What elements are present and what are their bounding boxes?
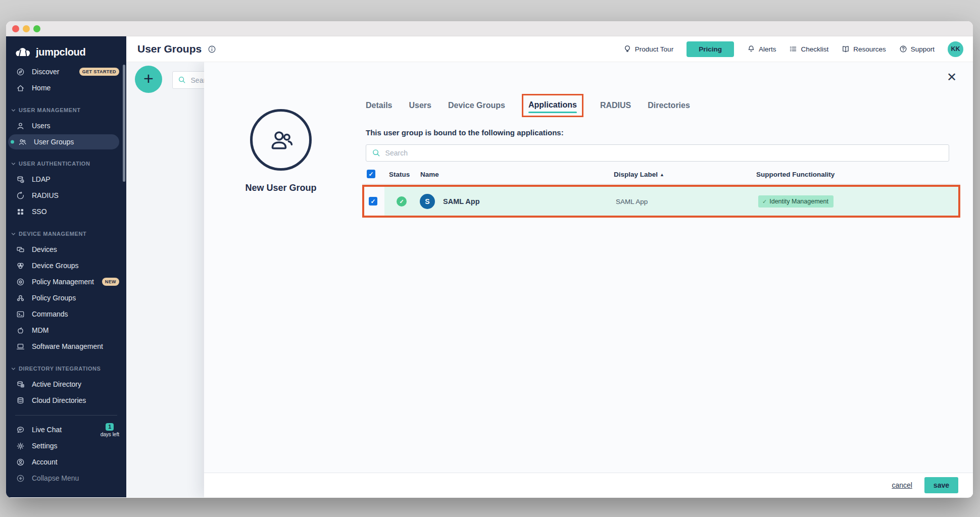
close-icon[interactable]: ✕ <box>947 71 957 83</box>
days-left-count-badge: 1 <box>106 423 114 431</box>
checklist-icon <box>789 45 797 53</box>
section-device-management[interactable]: DEVICE MANAGEMENT <box>6 226 126 241</box>
product-tour-button[interactable]: Product Tour <box>623 45 673 53</box>
column-header-supported-functionality[interactable]: Supported Functionality <box>756 171 835 178</box>
info-icon[interactable] <box>208 45 216 54</box>
ldap-icon <box>16 175 25 184</box>
sidebar-item-software-management[interactable]: Software Management <box>6 338 126 354</box>
sidebar-scrollbar[interactable] <box>123 65 125 182</box>
group-title: New User Group <box>220 183 341 193</box>
device-groups-icon <box>16 262 25 270</box>
app-window: jumpcloud Discover GET STARTED Home USER… <box>6 21 973 498</box>
checklist-button[interactable]: Checklist <box>789 45 828 53</box>
sidebar-item-settings[interactable]: Settings <box>6 438 126 454</box>
tab-details[interactable]: Details <box>366 101 392 110</box>
sidebar-item-collapse-menu[interactable]: Collapse Menu <box>6 470 126 486</box>
column-header-display-label[interactable]: Display Label▲ <box>614 171 664 178</box>
cloud-directories-icon <box>16 396 25 405</box>
sidebar-item-cloud-directories[interactable]: Cloud Directories <box>6 392 126 408</box>
drawer-footer: cancel save <box>204 473 973 497</box>
live-chat-icon <box>16 426 25 434</box>
product-tour-icon <box>623 45 631 53</box>
section-user-authentication[interactable]: USER AUTHENTICATION <box>6 156 126 171</box>
sidebar-item-active-directory[interactable]: Active Directory <box>6 376 126 392</box>
sidebar-item-radius[interactable]: RADIUS <box>6 187 126 203</box>
software-management-icon <box>16 342 25 351</box>
sidebar-item-account[interactable]: Account <box>6 454 126 470</box>
home-icon <box>16 84 25 92</box>
add-user-group-button[interactable]: + <box>135 66 162 93</box>
sidebar-item-ldap[interactable]: LDAP <box>6 171 126 187</box>
discover-icon <box>16 68 25 76</box>
sidebar-item-user-groups[interactable]: User Groups <box>8 134 119 149</box>
sidebar-item-policy-groups[interactable]: Policy Groups <box>6 290 126 306</box>
identity-management-badge: Identity Management <box>758 195 834 208</box>
sidebar-item-devices[interactable]: Devices <box>6 241 126 257</box>
page-header: User Groups Product Tour Pricing Alerts … <box>126 36 973 62</box>
tab-radius[interactable]: RADIUS <box>600 101 631 110</box>
sidebar-item-live-chat[interactable]: Live Chat 1 days left <box>6 422 126 438</box>
trial-days-left: 1 days left <box>101 423 119 437</box>
new-badge: NEW <box>102 278 119 286</box>
tab-users[interactable]: Users <box>409 101 431 110</box>
table-row-saml-app[interactable]: S SAML App SAML App Identity Management <box>362 185 960 218</box>
sidebar-item-mdm[interactable]: MDM <box>6 322 126 338</box>
chevron-down-icon <box>11 232 16 236</box>
sort-ascending-icon: ▲ <box>660 172 664 177</box>
pricing-button[interactable]: Pricing <box>687 41 734 57</box>
users-icon <box>16 122 25 130</box>
app-avatar: S <box>420 194 435 209</box>
select-all-checkbox[interactable] <box>367 170 375 178</box>
section-user-management[interactable]: USER MANAGEMENT <box>6 102 126 118</box>
sidebar: jumpcloud Discover GET STARTED Home USER… <box>6 36 126 497</box>
tab-device-groups[interactable]: Device Groups <box>448 101 505 110</box>
column-header-status[interactable]: Status <box>389 171 410 178</box>
user-group-avatar <box>250 109 312 171</box>
chevron-down-icon <box>11 367 16 371</box>
applications-search-box <box>366 144 949 162</box>
minimize-window-button[interactable] <box>23 25 30 32</box>
policy-groups-icon <box>16 294 25 302</box>
resources-button[interactable]: Resources <box>842 45 886 53</box>
radius-icon <box>16 191 25 200</box>
support-button[interactable]: Support <box>899 45 935 53</box>
tab-directories[interactable]: Directories <box>648 101 690 110</box>
app-name: SAML App <box>443 197 480 205</box>
search-icon <box>372 148 381 158</box>
sidebar-item-discover[interactable]: Discover GET STARTED <box>6 64 126 80</box>
section-directory-integrations[interactable]: DIRECTORY INTEGRATIONS <box>6 361 126 376</box>
sidebar-item-users[interactable]: Users <box>6 118 126 134</box>
column-header-name[interactable]: Name <box>420 171 439 178</box>
header-nav: Product Tour Pricing Alerts Checklist Re… <box>623 41 963 57</box>
zoom-window-button[interactable] <box>33 25 40 32</box>
jumpcloud-logo[interactable]: jumpcloud <box>6 39 126 64</box>
collapse-menu-icon <box>16 474 25 483</box>
get-started-badge: GET STARTED <box>79 68 119 76</box>
sidebar-item-commands[interactable]: Commands <box>6 306 126 322</box>
status-active-icon <box>397 196 407 206</box>
tab-applications[interactable]: Applications <box>528 100 577 110</box>
account-icon <box>16 458 25 467</box>
applications-table-header: Status Name Display Label▲ Supported Fun… <box>362 166 960 184</box>
sidebar-item-policy-management[interactable]: Policy Management NEW <box>6 274 126 290</box>
applications-tab-highlight-box: Applications <box>522 94 583 117</box>
row-checkbox[interactable] <box>369 197 377 205</box>
app-display-label: SAML App <box>616 198 648 205</box>
sidebar-item-sso[interactable]: SSO <box>6 203 126 220</box>
commands-icon <box>16 310 25 319</box>
close-window-button[interactable] <box>12 25 19 32</box>
devices-icon <box>16 245 25 254</box>
alerts-button[interactable]: Alerts <box>747 45 776 53</box>
jumpcloud-wordmark: jumpcloud <box>36 46 85 58</box>
applications-search-input[interactable] <box>385 149 943 157</box>
page-title: User Groups <box>137 43 202 55</box>
user-group-icon <box>262 121 300 159</box>
user-avatar[interactable]: KK <box>948 41 963 57</box>
sidebar-item-home[interactable]: Home <box>6 80 126 96</box>
bound-applications-description: This user group is bound to the followin… <box>366 128 564 137</box>
chevron-down-icon <box>11 108 16 113</box>
save-button[interactable]: save <box>924 477 958 493</box>
sidebar-item-device-groups[interactable]: Device Groups <box>6 257 126 274</box>
cancel-button[interactable]: cancel <box>892 481 912 489</box>
settings-icon <box>16 442 25 450</box>
